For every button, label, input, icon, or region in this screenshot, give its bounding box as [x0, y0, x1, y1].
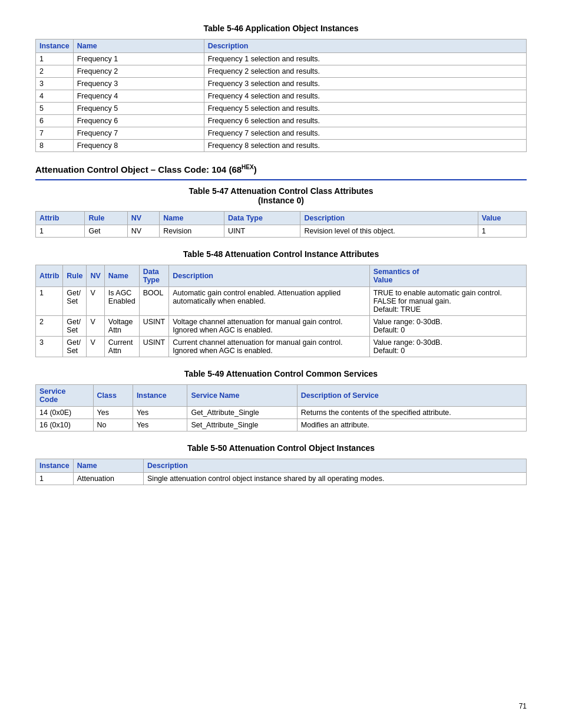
t50-col-instance: Instance [36, 459, 74, 473]
table50-section: Table 5-50 Attenuation Control Object In… [35, 443, 527, 485]
t47-col-nv: NV [127, 212, 160, 225]
t47-col-description: Description [300, 212, 478, 225]
table49-title: Table 5-49 Attenuation Control Common Se… [35, 369, 527, 378]
t47-col-rule: Rule [85, 212, 127, 225]
t48-col-attrib: Attrib [36, 265, 63, 287]
table50: Instance Name Description 1AttenuationSi… [35, 459, 527, 485]
t49-col-description: Description of Service [297, 385, 526, 407]
table48-title: Table 5-48 Attenuation Control Instance … [35, 249, 527, 259]
t49-col-service-name: Service Name [187, 385, 297, 407]
table-row: 1Get/ SetVIs AGC EnabledBOOLAutomatic ga… [36, 287, 527, 316]
table-row: 2Get/ SetVVoltage AttnUSINTVoltage chann… [36, 316, 527, 337]
table47: Attrib Rule NV Name Data Type Descriptio… [35, 211, 527, 238]
table-row: 4Frequency 4Frequency 4 selection and re… [36, 90, 527, 103]
table46-col-instance: Instance [36, 39, 74, 53]
t47-col-attrib: Attrib [36, 212, 85, 225]
table47-title: Table 5-47 Attenuation Control Class Att… [35, 186, 527, 205]
table48: Attrib Rule NV Name DataType Description… [35, 265, 527, 357]
table-row: 16 (0x10)NoYesSet_Attribute_SingleModifi… [36, 419, 527, 431]
table49-section: Table 5-49 Attenuation Control Common Se… [35, 369, 527, 431]
table-row: 2Frequency 2Frequency 2 selection and re… [36, 65, 527, 78]
t49-col-class: Class [93, 385, 133, 407]
page-number: 71 [519, 702, 527, 710]
t47-col-name: Name [160, 212, 224, 225]
t48-col-semantics: Semantics ofValue [369, 265, 526, 287]
t47-col-value: Value [478, 212, 526, 225]
table-row: 1Frequency 1Frequency 1 selection and re… [36, 53, 527, 65]
t48-col-datatype: DataType [139, 265, 169, 287]
table-row: 3Get/ SetVCurrent AttnUSINTCurrent chann… [36, 337, 527, 357]
section-heading-sub: HEX [242, 164, 254, 174]
table50-title: Table 5-50 Attenuation Control Object In… [35, 443, 527, 453]
t50-col-name: Name [73, 459, 143, 473]
table48-section: Table 5-48 Attenuation Control Instance … [35, 249, 527, 357]
t48-col-description: Description [169, 265, 370, 287]
table-row: 1GetNVRevisionUINTRevision level of this… [36, 225, 527, 238]
table47-section: Table 5-47 Attenuation Control Class Att… [35, 186, 527, 238]
t49-col-instance: Instance [133, 385, 187, 407]
table-row: 14 (0x0E)YesYesGet_Attribute_SingleRetur… [36, 407, 527, 419]
blue-divider [35, 179, 527, 180]
table46: Instance Name Description 1Frequency 1Fr… [35, 39, 527, 152]
t50-col-description: Description [144, 459, 527, 473]
table-row: 1AttenuationSingle attenuation control o… [36, 473, 527, 485]
table-row: 3Frequency 3Frequency 3 selection and re… [36, 78, 527, 90]
table49: ServiceCode Class Instance Service Name … [35, 384, 527, 431]
table-row: 6Frequency 6Frequency 6 selection and re… [36, 115, 527, 127]
table-row: 5Frequency 5Frequency 5 selection and re… [36, 103, 527, 115]
t48-col-rule: Rule [63, 265, 87, 287]
section-heading-text-pre: Attenuation Control Object – Class Code:… [35, 164, 242, 174]
section-heading-text-post: ) [254, 164, 257, 174]
table46-col-name: Name [73, 39, 204, 53]
t47-col-datatype: Data Type [224, 212, 300, 225]
table46-section: Table 5-46 Application Object Instances … [35, 24, 527, 152]
table46-col-description: Description [204, 39, 526, 53]
section-heading: Attenuation Control Object – Class Code:… [35, 164, 527, 174]
table46-title: Table 5-46 Application Object Instances [35, 24, 527, 33]
t49-col-service-code: ServiceCode [36, 385, 94, 407]
t48-col-name: Name [104, 265, 139, 287]
t48-col-nv: NV [87, 265, 104, 287]
table-row: 8Frequency 8Frequency 8 selection and re… [36, 140, 527, 152]
table-row: 7Frequency 7Frequency 7 selection and re… [36, 127, 527, 140]
